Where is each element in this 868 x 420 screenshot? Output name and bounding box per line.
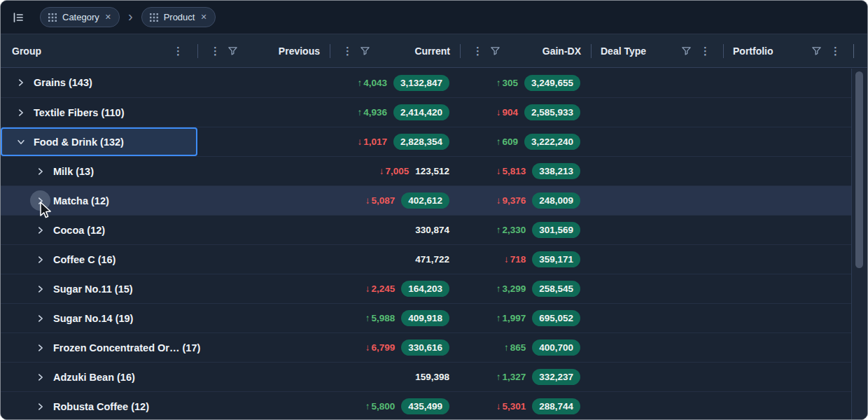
- group-chip[interactable]: Product ✕: [141, 7, 216, 27]
- group-cell[interactable]: Cocoa (12): [1, 216, 197, 244]
- delta-arrow-icon: ↓: [365, 195, 370, 206]
- column-header-gain-dx[interactable]: ⋮ Gain-DX: [460, 34, 591, 67]
- current-cell: ↑5,800 435,499: [330, 392, 460, 420]
- column-header-group[interactable]: Group ⋮: [1, 34, 197, 67]
- group-cell[interactable]: Sugar No.11 (15): [1, 274, 197, 303]
- expand-chevron-icon[interactable]: [30, 308, 50, 328]
- portfolio-cell: [723, 98, 853, 127]
- group-cell[interactable]: Coffee C (16): [1, 245, 197, 274]
- filter-icon[interactable]: [681, 46, 692, 56]
- expand-chevron-icon[interactable]: [30, 220, 50, 240]
- side-panel-toggle-button[interactable]: [6, 6, 30, 29]
- delta-arrow-icon: ↑: [496, 136, 501, 147]
- column-menu-icon[interactable]: ⋮: [827, 44, 844, 57]
- group-chip[interactable]: Category ✕: [40, 7, 120, 27]
- gain-dx-cell: ↑2,330 301,569: [460, 216, 591, 244]
- delta-arrow-icon: ↑: [357, 78, 362, 88]
- previous-cell: [197, 274, 330, 303]
- group-cell[interactable]: Sugar No.14 (19): [1, 304, 197, 332]
- expand-chevron-icon[interactable]: [10, 132, 31, 152]
- expand-chevron-icon[interactable]: [30, 279, 50, 299]
- expand-chevron-icon[interactable]: [30, 337, 50, 358]
- table-row[interactable]: Frozen Concentrated Or… (17) ↓6,799 330,…: [1, 332, 867, 362]
- column-header-portfolio[interactable]: Portfolio ⋮: [723, 34, 853, 67]
- group-label: Grains (143): [34, 77, 92, 88]
- expand-chevron-icon[interactable]: [10, 73, 31, 93]
- table-row[interactable]: Coffee C (16) 471,722 ↓718 359,171: [1, 244, 867, 274]
- table-row[interactable]: Sugar No.14 (19) ↑5,988 409,918 ↑1,997 6…: [1, 303, 867, 332]
- table-row[interactable]: Cocoa (12) 330,874 ↑2,330 301,569: [1, 215, 867, 244]
- filter-icon[interactable]: [360, 46, 370, 56]
- expand-chevron-icon[interactable]: [30, 396, 50, 416]
- group-label: Food & Drink (132): [34, 136, 124, 148]
- column-menu-icon[interactable]: ⋮: [207, 44, 223, 57]
- table-row[interactable]: Adzuki Bean (16) 159,398 ↑1,327 332,237: [1, 362, 867, 391]
- change-indicator: ↓5,301: [496, 401, 526, 412]
- deal-type-cell: [591, 216, 723, 244]
- value-pill: 330,616: [401, 340, 449, 356]
- deal-type-cell: [591, 98, 723, 127]
- group-label: Sugar No.14 (19): [53, 313, 133, 324]
- table-row[interactable]: Matcha (12) ↓5,087 402,612 ↓9,376 248,00…: [1, 186, 867, 215]
- side-panel-icon: [12, 11, 24, 24]
- table-row[interactable]: Grains (143) ↑4,043 3,132,847 ↑305 3,249…: [1, 68, 867, 97]
- close-icon[interactable]: ✕: [105, 13, 111, 21]
- current-cell: ↓1,017 2,828,354: [330, 127, 460, 156]
- column-menu-icon[interactable]: ⋮: [170, 44, 186, 57]
- previous-cell: [197, 333, 330, 362]
- change-indicator: ↑4,043: [357, 78, 387, 88]
- previous-cell: [197, 127, 330, 156]
- filter-icon[interactable]: [811, 46, 822, 56]
- group-cell[interactable]: Robusta Coffee (12): [1, 392, 197, 420]
- group-cell[interactable]: Textile Fibers (110): [1, 98, 197, 127]
- value-pill: 2,414,420: [393, 104, 449, 120]
- portfolio-cell: [723, 216, 853, 244]
- group-cell[interactable]: Adzuki Bean (16): [1, 363, 197, 391]
- delta-arrow-icon: ↓: [496, 195, 501, 206]
- delta-arrow-icon: ↓: [496, 107, 501, 118]
- column-menu-icon[interactable]: ⋮: [470, 44, 486, 57]
- current-cell: ↑4,936 2,414,420: [330, 98, 460, 127]
- expand-chevron-icon[interactable]: [10, 102, 31, 122]
- table-row[interactable]: Sugar No.11 (15) ↓2,245 164,203 ↑3,299 2…: [1, 274, 867, 303]
- column-menu-icon[interactable]: ⋮: [340, 44, 356, 57]
- close-icon[interactable]: ✕: [200, 13, 206, 21]
- column-header-label: Group: [12, 46, 41, 57]
- column-header-label: Portfolio: [733, 46, 774, 57]
- group-cell[interactable]: Frozen Concentrated Or… (17): [1, 333, 197, 362]
- expand-chevron-icon[interactable]: [30, 367, 50, 387]
- filter-icon[interactable]: [227, 46, 238, 56]
- table-row[interactable]: Food & Drink (132) ↓1,017 2,828,354 ↑609…: [1, 127, 867, 156]
- group-cell[interactable]: Matcha (12): [1, 186, 197, 215]
- group-label: Adzuki Bean (16): [53, 372, 135, 383]
- value-pill: 288,744: [532, 398, 580, 414]
- table-row[interactable]: Milk (13) ↓7,005 123,512 ↓5,813 338,213: [1, 156, 867, 186]
- group-cell[interactable]: Food & Drink (132): [1, 127, 197, 156]
- change-indicator: ↓5,087: [365, 195, 396, 206]
- value-pill: 435,499: [401, 398, 449, 414]
- group-cell[interactable]: Milk (13): [1, 157, 197, 186]
- delta-arrow-icon: ↓: [379, 166, 384, 176]
- change-indicator: ↑865: [504, 342, 526, 353]
- deal-type-cell: [591, 245, 723, 274]
- table-row[interactable]: Textile Fibers (110) ↑4,936 2,414,420 ↓9…: [1, 97, 867, 127]
- group-cell[interactable]: Grains (143): [1, 68, 197, 97]
- expand-chevron-icon[interactable]: [30, 190, 50, 211]
- gain-dx-cell: ↑865 400,700: [460, 333, 591, 362]
- column-header-previous[interactable]: ⋮ Previous: [197, 34, 330, 67]
- change-indicator: ↑5,800: [365, 401, 396, 412]
- vertical-scrollbar-thumb[interactable]: [855, 71, 863, 268]
- deal-type-cell: [591, 157, 723, 186]
- expand-chevron-icon[interactable]: [30, 249, 50, 270]
- deal-type-cell: [591, 333, 723, 362]
- column-header-current[interactable]: ⋮ Current: [330, 34, 460, 67]
- portfolio-cell: [723, 157, 853, 186]
- filter-icon[interactable]: [490, 46, 500, 56]
- expand-chevron-icon[interactable]: [30, 161, 50, 181]
- column-header-deal-type[interactable]: Deal Type ⋮: [591, 34, 723, 67]
- column-menu-icon[interactable]: ⋮: [697, 44, 713, 57]
- vertical-scrollbar[interactable]: [851, 69, 867, 419]
- group-chip-label: Category: [62, 12, 99, 22]
- table-row[interactable]: Robusta Coffee (12) ↑5,800 435,499 ↓5,30…: [1, 391, 867, 420]
- previous-cell: [197, 245, 330, 274]
